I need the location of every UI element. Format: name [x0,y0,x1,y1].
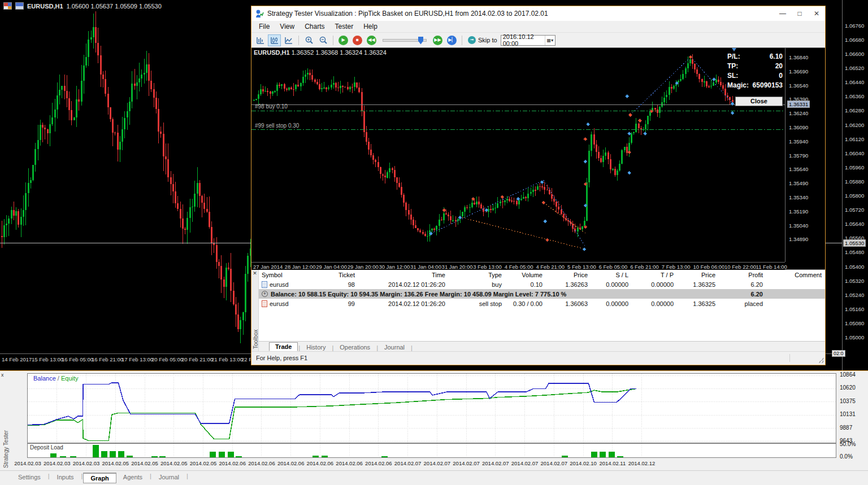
price-tick: 1.06600 [845,51,864,57]
menu-view[interactable]: View [275,21,300,32]
trade-row-sellstop[interactable]: eurusd992014.02.12 01:26:20sell stop0.30… [259,299,825,308]
speed-slider-handle[interactable] [418,37,423,45]
titlebar[interactable]: Strategy Tester Visualization : PipTick … [251,6,825,21]
tab-trade[interactable]: Trade [269,342,298,351]
cell: 0.10 [505,281,546,288]
deposit-svg [28,444,836,457]
tab-journal[interactable]: Journal [379,343,410,351]
balance-profit: 6.20 [719,291,766,298]
cell: 0.30 / 0.00 [505,300,546,307]
trade-row-buy[interactable]: eurusd982014.02.12 01:26:20buy0.101.3626… [259,279,825,289]
tab-inputs[interactable]: Inputs [50,473,81,482]
line-chart-icon[interactable] [282,34,295,46]
trade-info-panel: P/L:6.10 TP:20 SL:0 Magic:65090153 [727,53,783,91]
menu-charts[interactable]: Charts [300,21,329,32]
background-price-scale[interactable]: 1.067601.066801.066001.065201.064401.063… [842,0,868,370]
cell: 6.20 [719,281,766,288]
stop-icon[interactable]: ■ [351,34,364,46]
balance-graph[interactable]: Balance / Equity [27,373,836,443]
skip-date-input[interactable]: 2016.10.12 00:00 ▦▾ [501,35,555,46]
deposit-axis-tick: 0.0% [840,453,853,460]
column-header-volume[interactable]: Volume [505,272,546,278]
tab-history[interactable]: History [301,343,331,351]
price-tick: 1.05320 [845,278,864,284]
price-tick: 1.05400 [845,264,864,270]
cell: 1.36325 [677,281,719,288]
price-tick: 1.36240 [789,110,808,116]
tester-chart[interactable]: EURUSD,H1 1.36352 1.36368 1.36324 1.3632… [251,47,825,270]
cell: 2014.02.12 01:26:20 [358,281,449,288]
menu-tester[interactable]: Tester [329,21,358,32]
price-tick: 1.06200 [845,122,864,128]
current-price-box: 1.36331 [787,101,810,108]
minimize-button[interactable]: — [774,7,791,21]
tester-time-axis[interactable]: 27 Jan 201428 Jan 12:0029 Jan 04:0029 Ja… [251,262,785,270]
close-trade-button[interactable]: Close [735,97,783,106]
graph-legend: Balance / Equity [33,375,79,382]
time-tick: 29 Jan 04:00 [316,264,347,270]
deposit-axis-tick: 50.0% [840,441,856,447]
maximize-button[interactable]: □ [791,7,808,21]
tab-operations[interactable]: Operations [334,343,376,351]
trades-table[interactable]: SymbolTicketTimeTypeVolumePriceS / LT / … [259,270,825,308]
menu-help[interactable]: Help [358,21,383,32]
cell: 99 [319,300,358,307]
info-label: Magic: [727,81,749,89]
zoom-in-icon[interactable] [302,34,315,46]
column-header-ticket[interactable]: Ticket [319,272,358,278]
column-header-time[interactable]: Time [358,272,449,278]
zoom-out-icon[interactable] [316,34,329,46]
toolbox-close-icon[interactable]: ✕ [251,270,258,276]
time-tick: 6 Feb 21:00 [630,264,659,270]
column-header-price[interactable]: Price [546,272,591,278]
play-icon[interactable]: ▶ [337,34,350,46]
deposit-load-graph[interactable]: Deposit Load [27,443,836,458]
time-tick: 27 Jan 2014 [253,264,283,270]
strategy-tester-window: Strategy Tester Visualization : PipTick … [251,6,826,365]
column-header-symbol[interactable]: Symbol [259,272,319,278]
skip-to-button[interactable]: ➟ Skip to [468,36,497,44]
speed-slider[interactable] [383,39,427,42]
column-header-comment[interactable]: Comment [766,272,825,278]
column-header-profit[interactable]: Profit [719,272,766,278]
column-header-tp[interactable]: T / P [632,272,677,278]
time-tick: 17 Feb 13:00 [121,356,153,362]
tab-settings[interactable]: Settings [11,473,47,482]
cell: 98 [319,281,358,288]
price-tick: 1.05480 [845,249,864,255]
tab-agents[interactable]: Agents [116,473,149,482]
menu-file[interactable]: File [254,21,275,32]
time-tick: 11 Feb 14:00 [756,264,787,270]
time-tick: 31 Jan 04:00 [410,264,441,270]
price-tick: 1.36540 [789,82,808,89]
price-tick: 1.35190 [789,208,808,215]
deposit-load-label: Deposit Load [30,444,63,451]
close-button[interactable]: ✕ [808,7,825,21]
column-header-sl[interactable]: S / L [591,272,632,278]
tester-bottom-tabs: Settings|Inputs|GraphAgents|Journal| [0,470,868,485]
step-forward-icon[interactable]: ▶▏ [445,34,458,46]
balance-axis-tick: 9887 [840,425,852,431]
calendar-icon[interactable]: ▦▾ [545,36,555,45]
candlestick-icon[interactable] [268,34,281,46]
legend-equity: Equity [61,375,79,382]
tab-journal[interactable]: Journal [152,473,186,482]
panel-close-icon[interactable]: x [1,372,4,378]
price-tick: 1.06360 [845,93,864,99]
resize-grip[interactable] [818,357,824,363]
price-tick: 1.05000 [845,334,864,340]
info-label: TP: [727,62,738,70]
skip-to-icon: ➟ [468,36,476,44]
price-tick: 1.05800 [845,193,864,199]
background-candles [0,8,252,369]
tab-graph[interactable]: Graph [83,473,116,483]
time-tick: 4 Feb 05:00 [505,264,533,270]
column-header-type[interactable]: Type [449,272,505,278]
rewind-icon[interactable]: ◀◀ [365,34,378,46]
price-tick: 1.35640 [789,166,808,172]
price-tick: 1.06520 [845,65,864,71]
tester-price-scale[interactable]: 1.368401.366901.365401.363901.362401.360… [785,48,825,262]
fast-forward-icon[interactable]: ▶▶ [431,34,444,46]
bar-chart-icon[interactable] [254,34,267,46]
column-header-price[interactable]: Price [677,272,719,278]
